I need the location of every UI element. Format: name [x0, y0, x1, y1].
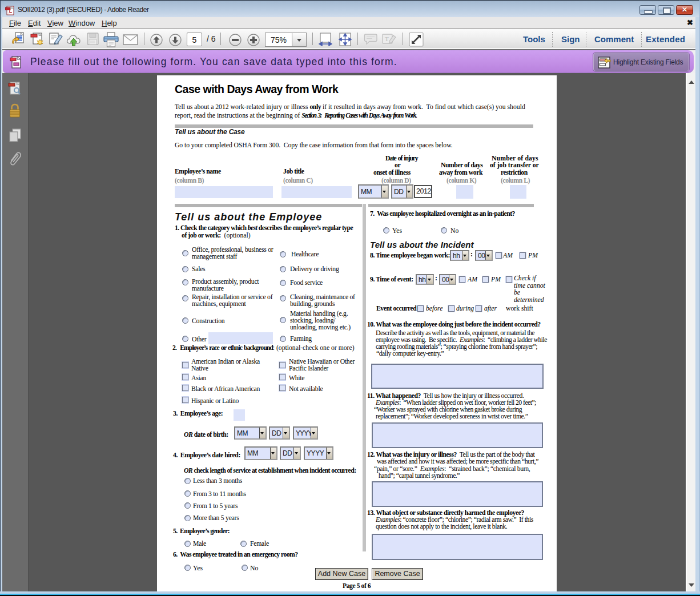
- svg-text:T: T: [385, 35, 389, 42]
